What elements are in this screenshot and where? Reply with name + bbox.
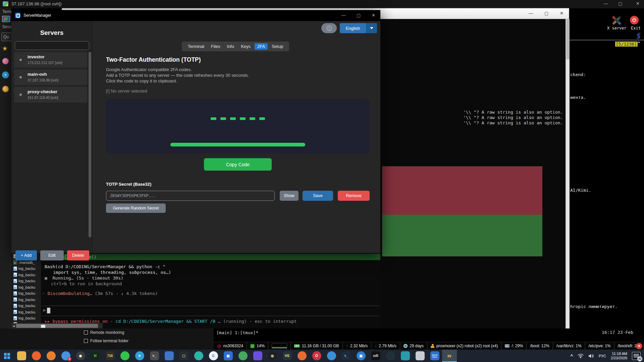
steam-app-icon[interactable] [383,350,398,362]
vnc-app-icon[interactable] [398,350,413,362]
drive-app-icon[interactable]: ▤ [221,350,235,362]
mobaxterm-icon[interactable]: M [88,350,103,362]
server-search-input[interactable] [15,41,89,50]
dark-app-icon[interactable]: ◉ [73,350,88,362]
tab-info[interactable]: Info [224,43,237,50]
file-list-item[interactable]: log_backu [11,303,41,309]
checkbox-icon[interactable] [84,339,88,343]
add-server-button[interactable]: + Add [15,250,37,260]
orange-bookmark-icon[interactable] [2,85,9,93]
generate-secret-button[interactable]: Generate Random Secret [106,203,166,213]
server-list-item[interactable]: proxy-checker161.97.118.40 [ssh] [14,87,87,103]
pink-bookmark-icon[interactable] [2,58,9,64]
tab-2fa[interactable]: 2FA [255,43,268,50]
x-server-icon[interactable] [611,16,621,25]
telegram-icon[interactable]: ✈ [132,350,147,362]
remote-monitoring-row[interactable]: Remote monitoring [84,330,124,335]
telegram-icon[interactable]: ✈ [2,71,9,78]
file-list-item[interactable]: log_backu [11,297,41,303]
scroll-left-icon[interactable]: ◄ [11,324,16,328]
save-secret-button[interactable]: Save [303,191,333,201]
file-list-item[interactable]: log_backu [11,284,41,291]
server-list-item[interactable]: investor173.212.212.157 [ssh] [14,52,87,68]
chat-app-icon[interactable] [324,350,339,362]
wifi-icon[interactable] [578,354,584,358]
minimize-icon[interactable]: — [341,13,346,18]
file-list-item[interactable]: log_backu [11,272,41,278]
language-dropdown[interactable]: English [340,23,377,33]
python-terminal-icon[interactable]: py [442,350,457,362]
close-icon[interactable]: ✕ [636,1,640,6]
purple-app-icon[interactable] [250,350,265,362]
obs-icon[interactable]: ◎ [265,350,280,362]
tab-terminal[interactable]: Terminal [185,43,207,50]
sidebar-item-terminal[interactable]: Term [2,9,11,14]
exit-label[interactable]: Exit [631,26,641,31]
tab-keys[interactable]: Keys [238,43,253,50]
maximize-icon[interactable]: ▢ [618,1,622,6]
file-list-item[interactable]: log_backu [11,315,41,321]
opera-icon[interactable]: O [309,350,324,362]
checkbox-icon[interactable] [84,330,88,335]
speaker-icon[interactable] [588,354,594,358]
copy-code-button[interactable]: Copy Code [204,158,272,171]
brave-icon[interactable] [29,350,44,362]
sidebar-item-sessions[interactable]: Sess [2,24,11,29]
anydesk-icon[interactable]: 716 [103,350,117,362]
notepad-icon[interactable] [413,350,427,362]
quick-utmo-icon[interactable]: Quick utmo [427,350,442,362]
star-bookmark-icon[interactable]: ★ [2,45,8,52]
exit-power-icon[interactable]: ⏻ [630,16,639,24]
scroll-up-icon[interactable]: ^ [638,41,640,46]
notification-center-icon[interactable]: 32 [632,352,641,360]
info-button[interactable]: i [321,23,337,33]
hs-app-icon[interactable]: HS [280,350,294,362]
show-secret-button[interactable]: Show [280,191,299,201]
maximize-icon[interactable]: ▢ [357,13,361,18]
file-list-item[interactable]: log_backu [11,309,41,315]
green-app-icon[interactable] [235,350,250,362]
flame-app-icon[interactable] [294,350,309,362]
edit-server-button[interactable]: Edit [40,250,64,260]
scrollbar[interactable] [566,19,570,328]
minimize-icon[interactable]: — [604,1,608,6]
close-icon[interactable]: ✕ [560,11,564,16]
blue-monitor-icon[interactable]: ▣ [354,350,368,362]
server-list-item[interactable]: main-ovh37.187.136.86 [ssh] [14,69,87,85]
start-button[interactable] [0,350,14,362]
scrollbar-thumb[interactable] [16,324,98,328]
tray-expand-icon[interactable]: ^ [570,353,573,358]
tab-files[interactable]: Files [208,43,223,50]
file-list-item[interactable]: log_backu [11,265,41,272]
scrollbar-thumb[interactable] [566,19,570,59]
sessions-icon[interactable] [2,16,10,22]
file-list-item[interactable]: log_backu [11,290,41,297]
mremoteng-icon[interactable]: mR [368,350,383,362]
totp-secret-input[interactable] [106,191,275,201]
server-list-scrollbar[interactable] [89,52,91,237]
minimize-icon[interactable]: — [529,11,533,16]
follow-folder-row[interactable]: Follow terminal folder [84,339,128,343]
quick-connect-box[interactable]: Qu [1,33,11,41]
tab-setup[interactable]: Setup [269,43,286,50]
file-explorer-icon[interactable] [14,350,29,362]
close-monitoring-icon[interactable]: ✕ [636,343,642,349]
monitor-app-icon[interactable]: ▢ [176,350,191,362]
delete-server-button[interactable]: Delete [67,250,89,260]
tray-clock[interactable]: 11:18 AM2/23/2026 [611,352,627,360]
totp-code-panel[interactable] [106,99,370,154]
google-icon[interactable]: G [206,350,221,362]
x-server-label[interactable]: X server [607,26,627,31]
powershell-icon[interactable]: >_ [339,350,354,362]
remove-secret-button[interactable]: Remove [338,191,370,201]
terminal-icon[interactable]: >_ [147,350,162,362]
maximize-icon[interactable]: ▢ [544,11,548,16]
chromium-icon[interactable]: 2 [58,350,73,362]
keyboard-language[interactable]: РУС [599,354,606,358]
horizontal-scrollbar[interactable]: ◄ [11,323,103,328]
firefox-icon[interactable] [44,350,58,362]
close-icon[interactable]: ✕ [372,13,375,18]
teal-app-icon[interactable] [191,350,206,362]
file-list-item[interactable]: log_backu [11,278,41,284]
whatsapp-icon[interactable] [117,350,132,362]
